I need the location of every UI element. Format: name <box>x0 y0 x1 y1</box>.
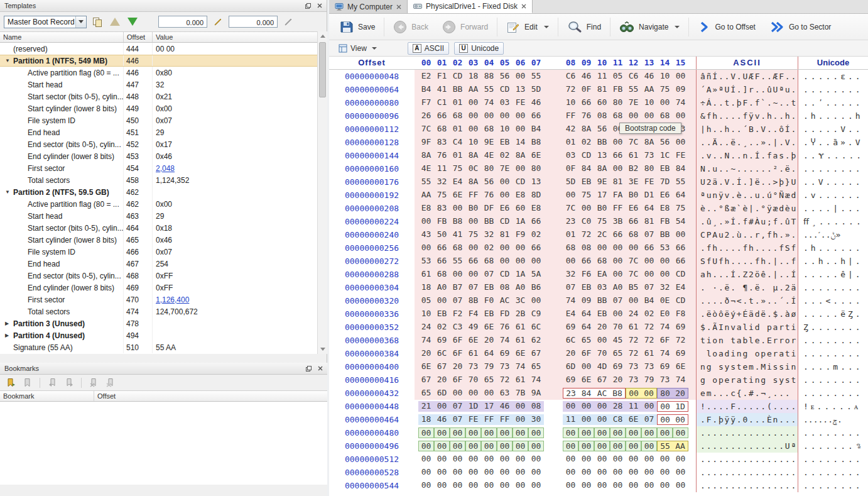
hex-byte[interactable]: 00 <box>418 467 434 478</box>
ascii-cell[interactable]: .ëòôëý+Éädë.$.àø <box>696 307 798 321</box>
hex-byte[interactable]: 8A <box>465 150 481 161</box>
hex-byte[interactable]: 07 <box>450 414 465 425</box>
hex-byte[interactable]: 00 <box>465 467 481 478</box>
hex-byte[interactable]: 70 <box>594 348 610 359</box>
hex-byte[interactable]: B6 <box>528 282 544 293</box>
hex-byte[interactable]: 00 <box>673 111 688 121</box>
hex-byte[interactable]: 43 <box>418 229 434 240</box>
hex-byte[interactable]: 73 <box>641 150 657 161</box>
sector-link[interactable]: 1,126,400 <box>156 295 189 304</box>
hex-byte[interactable]: B8 <box>610 388 626 399</box>
hex-byte[interactable]: 5D <box>563 177 578 187</box>
hex-byte[interactable]: 00 <box>641 401 657 412</box>
hex-byte[interactable]: 10 <box>465 137 481 148</box>
hex-byte[interactable]: 76 <box>497 322 513 333</box>
ascii-cell[interactable]: ..Ä..ë.¸..».|.V. <box>696 136 798 149</box>
float-panel-icon[interactable] <box>304 365 313 373</box>
ascii-cell[interactable]: âñÍ..V.UÆF..ÆF.. <box>696 70 798 83</box>
hex-byte[interactable]: CD <box>497 216 513 227</box>
hex-byte[interactable]: 1C <box>657 150 673 161</box>
hex-byte[interactable]: 7D <box>657 177 673 187</box>
hex-byte[interactable]: E4 <box>673 282 688 293</box>
move-down-icon[interactable] <box>126 15 139 29</box>
hex-byte[interactable]: 6F <box>657 335 673 346</box>
ascii-cell[interactable]: em...c{.#.¬¸... <box>696 387 798 400</box>
hex-byte[interactable]: C1 <box>434 97 450 108</box>
ascii-cell[interactable]: g operating syst <box>696 373 798 387</box>
hex-offset[interactable]: 00000000320 <box>329 294 415 307</box>
hex-byte[interactable]: 61 <box>418 269 434 280</box>
hex-offset[interactable]: 00000000416 <box>329 373 415 387</box>
unicode-cell[interactable]: ........ <box>798 281 868 294</box>
hex-byte[interactable]: B0 <box>626 190 641 201</box>
hex-byte[interactable]: E4 <box>450 177 465 187</box>
hex-byte[interactable]: 61 <box>626 150 641 161</box>
hex-byte[interactable]: 56 <box>594 124 610 135</box>
hex-byte[interactable]: 00 <box>450 388 465 399</box>
hex-byte[interactable]: 74 <box>513 361 528 372</box>
hex-byte[interactable]: FE <box>513 97 528 108</box>
hex-byte[interactable]: 20 <box>434 375 450 385</box>
hex-byte[interactable]: 00 <box>450 480 465 491</box>
hex-byte[interactable]: 00 <box>465 388 481 399</box>
unicode-cell[interactable]: ﬀ¸...... <box>798 215 868 228</box>
hex-byte[interactable]: 00 <box>641 441 657 451</box>
hex-byte[interactable]: FE <box>465 414 481 425</box>
hex-byte[interactable]: 69 <box>434 335 450 346</box>
hex-byte[interactable]: 00 <box>465 441 481 451</box>
hex-byte[interactable]: 00 <box>657 256 673 267</box>
unicode-cell[interactable]: ........ <box>798 479 868 492</box>
hex-byte[interactable]: 61 <box>513 322 528 333</box>
hex-offset[interactable]: 00000000448 <box>329 400 415 413</box>
hex-byte[interactable]: 00 <box>594 467 610 478</box>
hex-byte[interactable]: 00 <box>450 467 465 478</box>
save-button[interactable]: Save <box>333 16 382 38</box>
hex-byte[interactable]: 09 <box>673 84 688 95</box>
hex-byte[interactable]: 00 <box>465 111 481 121</box>
tab-close-icon[interactable] <box>521 4 526 9</box>
hex-byte[interactable]: B0 <box>465 203 481 214</box>
hex-byte[interactable]: 66 <box>673 243 688 253</box>
hex-byte[interactable]: 01 <box>450 150 465 161</box>
template-field-row[interactable]: End sector (bits 0-5), cylin...4520x17 <box>0 138 317 150</box>
hex-byte[interactable]: 00 <box>418 216 434 227</box>
hex-offset[interactable]: 00000000512 <box>329 453 415 466</box>
hex-byte[interactable]: 6E <box>465 335 481 346</box>
edit-button[interactable]: Edit <box>499 16 556 38</box>
hex-byte[interactable]: 6C <box>528 322 544 333</box>
scroll-down-icon[interactable] <box>318 344 327 354</box>
hex-byte[interactable]: 75 <box>434 190 450 201</box>
hex-byte[interactable]: 72 <box>626 335 641 346</box>
hex-byte[interactable]: CD <box>450 71 465 82</box>
hex-byte[interactable]: 00 <box>626 441 641 451</box>
hex-byte[interactable]: 61 <box>626 322 641 333</box>
hex-byte[interactable]: 8A <box>418 150 434 161</box>
hex-byte[interactable]: 00 <box>594 401 610 412</box>
ascii-cell[interactable]: ´A»ªUÍ.]r..ûUªu. <box>696 83 798 96</box>
hex-byte[interactable]: E2 <box>418 71 434 82</box>
ascii-cell[interactable]: ....ð¬<.t.»..´.Í <box>696 294 798 307</box>
hex-byte[interactable]: EA <box>594 269 610 280</box>
unicode-cell[interactable]: ........ <box>798 453 868 466</box>
hex-byte[interactable]: B4 <box>641 295 657 306</box>
hex-byte[interactable]: 00 <box>657 480 673 491</box>
hex-byte[interactable]: 00 <box>465 97 481 108</box>
hex-byte[interactable]: 79 <box>481 361 497 372</box>
hex-byte[interactable]: 08 <box>528 401 544 412</box>
hex-byte[interactable]: 10 <box>418 309 434 319</box>
hex-byte[interactable]: 00 <box>513 256 528 267</box>
hex-byte[interactable]: F4 <box>465 309 481 319</box>
hex-byte[interactable]: 00 <box>626 388 641 399</box>
hex-byte[interactable]: 01 <box>563 229 578 240</box>
hex-byte[interactable]: 65 <box>528 361 544 372</box>
hex-byte[interactable]: 00 <box>673 71 688 82</box>
hex-byte[interactable]: EB <box>497 137 513 148</box>
hex-byte[interactable]: 45 <box>610 335 626 346</box>
hex-byte[interactable]: 00 <box>434 401 450 412</box>
hex-byte[interactable]: 66 <box>434 256 450 267</box>
back-button[interactable]: Back <box>386 16 435 38</box>
hex-byte[interactable]: E6 <box>626 203 641 214</box>
unicode-cell[interactable]: ..h..h|. <box>798 255 868 268</box>
ascii-cell[interactable]: .v..N..n.Í.fas.þ <box>696 149 798 162</box>
unicode-cell[interactable]: ........ <box>798 373 868 387</box>
